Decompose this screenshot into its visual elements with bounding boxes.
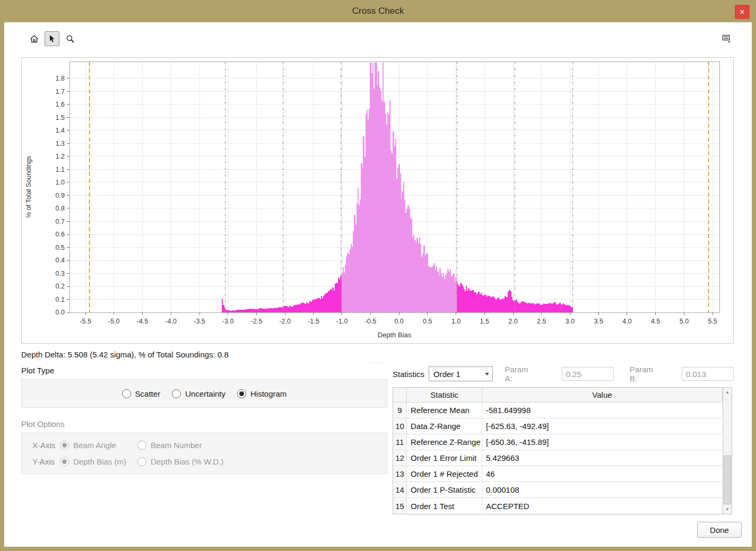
value-column-header: Value [482,388,723,402]
svg-text:1.5: 1.5 [480,318,489,325]
svg-text:0.5: 0.5 [56,244,65,251]
radio-icon [60,457,69,466]
svg-text:0.6: 0.6 [56,231,65,238]
home-icon [29,34,39,44]
splitter-handle[interactable]: ····· [370,361,385,365]
svg-text:4.5: 4.5 [651,318,660,325]
svg-text:1.5: 1.5 [56,114,65,121]
home-button[interactable] [27,31,41,46]
statistics-label: Statistics [393,370,424,379]
statistic-cell: Order 1 Error Limit [407,450,482,466]
svg-text:-3.5: -3.5 [194,318,205,325]
svg-text:Depth Bias: Depth Bias [378,331,412,339]
svg-text:-4.5: -4.5 [137,318,149,325]
row-number: 14 [393,482,407,497]
plot-options-group: X-Axis Beam Angle Beam Number [21,433,387,474]
radio-icon [172,389,181,398]
row-number: 15 [393,498,407,514]
value-cell: -581.649998 [482,403,723,418]
radio-label: Depth Bias (% W.D.) [151,457,224,466]
svg-text:1.7: 1.7 [56,88,65,95]
close-icon: ✕ [740,8,745,16]
svg-text:5.0: 5.0 [680,318,689,325]
row-number: 10 [393,418,407,434]
radio-label: Beam Number [151,441,202,450]
svg-text:0.3: 0.3 [56,270,65,277]
svg-text:5.5: 5.5 [708,318,717,325]
param-a-field [562,367,614,381]
zoom-button[interactable] [63,31,77,46]
plot-options-label: Plot Options [21,419,387,428]
table-row[interactable]: 10Data Z-Range[-625.63, -492.49] [393,418,723,434]
radio-beam-angle: Beam Angle [60,441,116,450]
table-row[interactable]: 11Reference Z-Range[-650.36, -415.89] [393,434,723,450]
radio-depth-bias-m: Depth Bias (m) [60,457,126,466]
svg-text:0.9: 0.9 [56,192,65,199]
svg-text:1.8: 1.8 [56,75,65,82]
order-select[interactable]: Order 1 [429,366,493,381]
svg-text:3.0: 3.0 [566,318,575,325]
svg-text:-0.5: -0.5 [365,318,377,325]
svg-text:4.0: 4.0 [622,318,631,325]
chart-canvas: -5.5-5.0-4.5-4.0-3.5-3.0-2.5-2.0-1.5-1.0… [22,58,733,345]
statistics-table: Statistic Value 9Reference Mean-581.6499… [393,387,732,514]
scroll-down-icon[interactable]: ▼ [723,505,732,514]
table-row[interactable]: 14Order 1 P-Statistic0.000108 [393,482,723,498]
svg-text:0.7: 0.7 [56,218,65,225]
stats-table-body: 9Reference Mean-581.64999810Data Z-Range… [393,403,723,514]
scroll-up-icon[interactable]: ▲ [723,388,732,397]
close-button[interactable]: ✕ [735,5,750,19]
radio-label: Histogram [250,389,286,398]
svg-text:1.1: 1.1 [56,166,65,173]
svg-text:1.4: 1.4 [56,127,65,134]
scrollbar-thumb[interactable] [724,456,731,504]
table-row[interactable]: 13Order 1 # Rejected46 [393,466,723,482]
svg-text:-5.0: -5.0 [108,318,120,325]
zoom-icon [65,34,75,44]
corner-header-cell [393,388,407,402]
value-cell: 5.429663 [482,450,723,466]
dialog-content: -5.5-5.0-4.5-4.0-3.5-3.0-2.5-2.0-1.5-1.0… [4,22,752,547]
statistic-cell: Reference Z-Range [407,434,482,450]
radio-icon [237,389,246,398]
row-number: 13 [393,466,407,482]
radio-depth-bias-wd: Depth Bias (% W.D.) [137,457,224,466]
table-row[interactable]: 15Order 1 TestACCEPTED [393,498,723,514]
statistic-cell: Data Z-Range [407,418,482,434]
svg-text:1.6: 1.6 [56,101,65,108]
table-header: Statistic Value [393,388,723,403]
order-select-value: Order 1 [433,370,460,379]
radio-icon [60,441,69,450]
plot-type-group: Scatter Uncertainty Histogram [21,379,387,408]
titlebar: Cross Check ✕ [4,0,752,22]
chart-toolbar [4,22,752,47]
svg-text:% of Total Soundings: % of Total Soundings [25,156,32,218]
vertical-scrollbar[interactable]: ▲ ▼ [723,388,732,514]
notes-menu-button[interactable] [719,31,734,46]
radio-uncertainty[interactable]: Uncertainty [172,389,225,398]
svg-text:2.5: 2.5 [537,318,546,325]
y-axis-label: Y-Axis [32,457,60,466]
select-cursor-button[interactable] [45,31,59,46]
cursor-select-icon [47,34,57,43]
statistic-column-header: Statistic [407,388,482,402]
radio-scatter[interactable]: Scatter [122,389,161,398]
svg-text:1.3: 1.3 [56,140,65,147]
chevron-down-icon [481,367,492,381]
svg-text:-1.0: -1.0 [336,318,348,325]
radio-histogram[interactable]: Histogram [237,389,286,398]
table-row[interactable]: 9Reference Mean-581.649998 [393,403,723,418]
depth-delta-status: Depth Delta: 5.508 (5.42 sigma), % of To… [21,350,752,361]
statistic-cell: Order 1 Test [407,498,482,514]
histogram-chart[interactable]: -5.5-5.0-4.5-4.0-3.5-3.0-2.5-2.0-1.5-1.0… [21,57,734,344]
value-cell: ACCEPTED [482,498,723,514]
svg-text:0.5: 0.5 [423,318,432,325]
svg-text:-1.5: -1.5 [308,318,319,325]
svg-text:0.0: 0.0 [394,318,403,325]
table-row[interactable]: 12Order 1 Error Limit5.429663 [393,450,723,466]
svg-text:-4.0: -4.0 [166,318,177,325]
svg-text:-2.5: -2.5 [251,318,263,325]
statistic-cell: Reference Mean [407,403,482,418]
svg-text:0.1: 0.1 [56,296,65,303]
done-button[interactable]: Done [697,522,742,538]
